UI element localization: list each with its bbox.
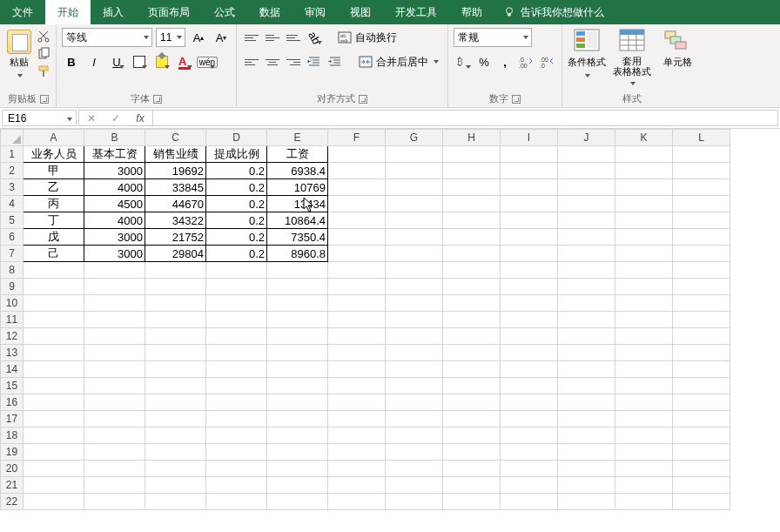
cell-E18[interactable] xyxy=(267,428,328,444)
cell-J14[interactable] xyxy=(558,361,615,378)
cell-K10[interactable] xyxy=(615,295,673,312)
cell-K4[interactable] xyxy=(615,196,673,212)
cell-E7[interactable]: 8960.8 xyxy=(267,246,328,262)
cell-K18[interactable] xyxy=(615,428,673,444)
tab-developer[interactable]: 开发工具 xyxy=(383,0,449,24)
decrease-indent-button[interactable] xyxy=(305,52,324,71)
cell-C6[interactable]: 21752 xyxy=(145,229,206,246)
cell-D14[interactable] xyxy=(206,361,267,378)
column-header-F[interactable]: F xyxy=(328,130,386,146)
cell-E11[interactable] xyxy=(267,312,328,328)
cell-F1[interactable] xyxy=(328,146,386,163)
cell-B3[interactable]: 4000 xyxy=(84,179,145,196)
cell-J3[interactable] xyxy=(558,179,615,196)
cell-B11[interactable] xyxy=(84,312,145,328)
cell-L4[interactable] xyxy=(673,196,730,212)
cell-D5[interactable]: 0.2 xyxy=(206,212,267,229)
row-header-19[interactable]: 19 xyxy=(1,444,24,461)
cell-B13[interactable] xyxy=(84,345,145,361)
cell-J10[interactable] xyxy=(558,295,615,312)
cell-D2[interactable]: 0.2 xyxy=(206,163,267,179)
name-box[interactable]: E16 xyxy=(2,110,77,126)
cell-J20[interactable] xyxy=(558,461,615,477)
tab-insert[interactable]: 插入 xyxy=(91,0,136,24)
column-header-J[interactable]: J xyxy=(558,130,615,146)
cell-C13[interactable] xyxy=(145,345,206,361)
cell-G4[interactable] xyxy=(386,196,443,212)
tab-review[interactable]: 审阅 xyxy=(292,0,338,24)
cell-J13[interactable] xyxy=(558,345,615,361)
cell-G7[interactable] xyxy=(386,246,443,262)
cell-A22[interactable] xyxy=(24,494,84,510)
orientation-button[interactable]: ab xyxy=(305,28,324,47)
cell-A18[interactable] xyxy=(24,428,84,444)
column-header-K[interactable]: K xyxy=(615,130,673,146)
cell-H4[interactable] xyxy=(443,196,501,212)
cell-B4[interactable]: 4500 xyxy=(84,196,145,212)
cell-F19[interactable] xyxy=(328,444,386,461)
column-header-B[interactable]: B xyxy=(84,130,145,146)
cell-A15[interactable] xyxy=(24,378,84,394)
cell-F14[interactable] xyxy=(328,361,386,378)
cell-C11[interactable] xyxy=(145,312,206,328)
formula-confirm-button[interactable]: ✓ xyxy=(104,111,128,126)
italic-button[interactable]: I xyxy=(84,52,104,71)
row-header-7[interactable]: 7 xyxy=(1,246,24,262)
cell-A11[interactable] xyxy=(24,312,84,328)
cell-C1[interactable]: 销售业绩 xyxy=(145,146,206,163)
underline-button[interactable]: U xyxy=(107,52,126,71)
cell-E17[interactable] xyxy=(267,411,328,428)
column-header-H[interactable]: H xyxy=(443,130,501,146)
cell-L6[interactable] xyxy=(673,229,730,246)
decrease-decimal-button[interactable]: .00.0 xyxy=(537,52,556,71)
cell-E8[interactable] xyxy=(267,262,328,279)
cell-D1[interactable]: 提成比例 xyxy=(206,146,267,163)
cell-C7[interactable]: 29804 xyxy=(145,246,206,262)
cell-styles-button[interactable]: 单元格 xyxy=(658,28,696,87)
align-top-button[interactable] xyxy=(242,28,261,47)
cell-E4[interactable]: 13434 xyxy=(267,196,328,212)
cell-B6[interactable]: 3000 xyxy=(84,229,145,246)
cell-F15[interactable] xyxy=(328,378,386,394)
phonetic-button[interactable]: wén xyxy=(198,52,217,71)
cell-G18[interactable] xyxy=(386,428,443,444)
font-size-combo[interactable]: 11 xyxy=(156,28,185,47)
cell-D7[interactable]: 0.2 xyxy=(206,246,267,262)
font-color-button[interactable]: A xyxy=(175,52,194,71)
row-header-20[interactable]: 20 xyxy=(1,461,24,477)
cell-K14[interactable] xyxy=(615,361,673,378)
tab-formulas[interactable]: 公式 xyxy=(202,0,247,24)
cell-C19[interactable] xyxy=(145,444,206,461)
cell-K21[interactable] xyxy=(615,477,673,494)
cell-H9[interactable] xyxy=(443,279,501,295)
cell-B21[interactable] xyxy=(84,477,145,494)
cell-I2[interactable] xyxy=(501,163,558,179)
cell-C14[interactable] xyxy=(145,361,206,378)
cell-H7[interactable] xyxy=(443,246,501,262)
column-header-G[interactable]: G xyxy=(386,130,443,146)
increase-decimal-button[interactable]: .0.00 xyxy=(516,52,535,71)
cell-D15[interactable] xyxy=(206,378,267,394)
cell-B14[interactable] xyxy=(84,361,145,378)
cell-I11[interactable] xyxy=(501,312,558,328)
clipboard-dialog-launcher[interactable] xyxy=(40,95,49,104)
cell-D17[interactable] xyxy=(206,411,267,428)
cell-B1[interactable]: 基本工资 xyxy=(84,146,145,163)
column-header-I[interactable]: I xyxy=(501,130,558,146)
cell-I18[interactable] xyxy=(501,428,558,444)
cell-C9[interactable] xyxy=(145,279,206,295)
cell-H16[interactable] xyxy=(443,394,501,411)
row-header-17[interactable]: 17 xyxy=(1,411,24,428)
cell-H11[interactable] xyxy=(443,312,501,328)
align-middle-button[interactable] xyxy=(263,28,282,47)
cell-J1[interactable] xyxy=(558,146,615,163)
cell-I16[interactable] xyxy=(501,394,558,411)
cell-E19[interactable] xyxy=(267,444,328,461)
cell-H1[interactable] xyxy=(443,146,501,163)
cell-D12[interactable] xyxy=(206,328,267,345)
cell-B7[interactable]: 3000 xyxy=(84,246,145,262)
cell-G8[interactable] xyxy=(386,262,443,279)
cell-H21[interactable] xyxy=(443,477,501,494)
cell-B22[interactable] xyxy=(84,494,145,510)
cell-B2[interactable]: 3000 xyxy=(84,163,145,179)
